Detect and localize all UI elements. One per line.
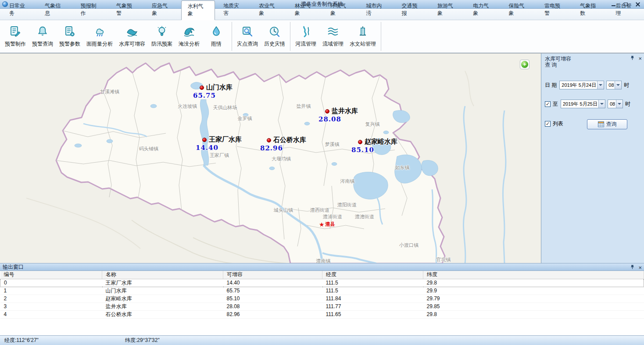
town-label: 小渡口镇 (399, 242, 419, 249)
toolbar-button[interactable]: 流域管理 (319, 23, 347, 50)
table-row[interactable]: 0王家厂水库14.40111.529.8 (0, 279, 644, 287)
query-button[interactable]: 查询 (587, 119, 627, 129)
town-label: 复兴镇 (365, 121, 380, 128)
table-row[interactable]: 4石公桥水库82.96111.6529.8 (0, 310, 644, 318)
toolbar-group-warning: 预警制作 预警查询 预警参数 面雨量分析 (2, 22, 230, 51)
reservoir-name: 王家厂水库 (209, 135, 242, 144)
menu-item[interactable]: 预报制作 (74, 0, 108, 20)
toolbar-button-label: 水库可增容 (119, 40, 145, 48)
start-hour-dropdown[interactable]: 08 (606, 81, 622, 89)
toolbar-button[interactable]: 面雨量分析 (83, 23, 116, 50)
menu-item[interactable]: 气象信息 (38, 0, 72, 20)
menu-item[interactable]: 气象指数 (573, 0, 607, 20)
map-canvas[interactable]: 甘溪滩镇 火连坡镇 天供山林场 金罗镇 盐井镇 复兴镇 码头铺镇 王家厂镇 梦溪… (0, 53, 541, 263)
table-cell: 0 (0, 279, 102, 287)
start-date-dropdown[interactable]: 2019年 5月24日 (559, 81, 604, 89)
table-row[interactable]: 2赵家峪水库85.10111.8429.79 (0, 295, 644, 302)
menu-item[interactable]: 水利气象 (181, 0, 215, 20)
menu-item[interactable]: 城市内涝 (359, 0, 393, 20)
toolbar-button[interactable]: 水库可增容 (116, 23, 148, 50)
minimize-button[interactable] (607, 0, 619, 8)
menu-item[interactable]: 交通预报 (395, 0, 429, 20)
column-header: 编号 (0, 271, 102, 279)
hour-suffix: 时 (625, 100, 630, 108)
toolbar-button[interactable]: 预警制作 (2, 23, 29, 50)
status-longitude: 经度:112°6'27" (0, 337, 121, 344)
output-close-icon[interactable]: × (638, 265, 642, 270)
menu-item[interactable]: 电力气象 (466, 0, 500, 20)
reservoir-capacity-value: 65.75 (193, 92, 216, 100)
river-icon (299, 25, 312, 38)
chevron-down-icon (597, 81, 604, 89)
toolbar-button[interactable]: 灾点查询 (234, 23, 261, 50)
to-checkbox[interactable]: ✓ (545, 101, 551, 107)
status-latitude: 纬度:29°37'32" (121, 337, 241, 344)
pin-icon[interactable] (630, 55, 635, 62)
menu-item[interactable]: 农业气象 (252, 0, 286, 20)
toolbar-button[interactable]: 河流管理 (292, 23, 319, 50)
table-cell: 29.79 (423, 295, 644, 302)
toolbar-button[interactable]: 预警查询 (29, 23, 56, 50)
toolbar-group-disaster: 灾点查询 历史灾情 (232, 22, 288, 51)
table-cell: 65.75 (223, 287, 322, 295)
toolbar-button-label: 面雨量分析 (86, 40, 113, 48)
bell-icon (36, 25, 49, 38)
column-header: 名称 (102, 271, 223, 279)
end-date-dropdown[interactable]: 2019年 5月25日 (561, 100, 605, 108)
town-label: 大堰垱镇 (272, 156, 291, 162)
menu-item[interactable]: 雷电预警 (538, 0, 572, 20)
town-label: 涔南镇 (340, 178, 355, 185)
town-label: 盐井镇 (297, 103, 311, 110)
output-window-header: 输出窗口 × (0, 263, 644, 271)
map-zoom-in-button[interactable]: + (520, 60, 530, 69)
table-cell: 111.65 (322, 310, 423, 318)
table-cell: 28.08 (223, 302, 322, 310)
table-cell: 赵家峪水库 (102, 295, 223, 302)
wave-icon (125, 25, 139, 38)
list-checkbox[interactable]: ✓ (545, 121, 551, 127)
table-cell: 111.84 (322, 295, 423, 302)
end-hour-dropdown[interactable]: 08 (608, 100, 623, 108)
reservoir-dot-icon (325, 109, 329, 114)
menu-item[interactable]: 地质灾害 (217, 0, 250, 20)
column-header: 可增容 (223, 271, 322, 279)
hydro-station-icon (356, 25, 369, 38)
table-cell: 1 (0, 287, 102, 295)
table-cell: 山门水库 (102, 287, 223, 295)
table-cell: 29.85 (423, 302, 644, 310)
menu-item[interactable]: 环境气象 (324, 0, 358, 20)
toolbar-button[interactable]: 淹没分析 (175, 23, 203, 50)
menu-item[interactable]: 气象预警 (110, 0, 143, 20)
toolbar-button-label: 预警制作 (5, 40, 26, 48)
menu-item[interactable]: 林业气象 (288, 0, 322, 20)
reservoir-dot-icon (358, 140, 362, 144)
town-label: 梦溪镇 (325, 141, 340, 148)
town-label: 王家厂镇 (210, 152, 229, 159)
zoom-in-icon: + (521, 61, 528, 68)
toolbar-button-label: 淹没分析 (179, 40, 200, 48)
table-cell: 4 (0, 310, 102, 318)
toolbar-button-label: 历史灾情 (264, 40, 285, 48)
panel-title: 水库可增容 查 询 (545, 56, 571, 68)
table-row[interactable]: 1山门水库65.75111.529.9 (0, 287, 644, 295)
toolbar-button[interactable]: 水文站管理 (347, 23, 379, 50)
table-cell: 盐井水库 (102, 302, 223, 310)
toolbar-button[interactable]: 历史灾情 (261, 23, 288, 50)
toolbar-button-label: 灾点查询 (237, 40, 258, 48)
menu-item[interactable]: 日常业务 (3, 0, 36, 20)
table-row[interactable]: 3盐井水库28.08111.7729.85 (0, 302, 644, 310)
close-button[interactable] (632, 0, 644, 8)
menu-item[interactable]: 保险气象 (502, 0, 536, 20)
toolbar-button[interactable]: 防汛预案 (148, 23, 175, 50)
county-map-graphic (0, 53, 541, 263)
town-label: 城头山镇 (274, 207, 293, 213)
status-bar: 经度:112°6'27" 纬度:29°37'32" (0, 335, 644, 345)
menu-item[interactable]: 旅游气象 (431, 0, 465, 20)
toolbar-button-label: 预警参数 (59, 40, 80, 48)
menu-item[interactable]: 应急气象 (145, 0, 179, 20)
toolbar-button[interactable]: 雨情 (203, 23, 230, 50)
maximize-button[interactable] (619, 0, 632, 8)
panel-close-icon[interactable]: × (638, 56, 642, 61)
pin-icon[interactable] (630, 264, 635, 271)
toolbar-button[interactable]: 预警参数 (56, 23, 83, 50)
